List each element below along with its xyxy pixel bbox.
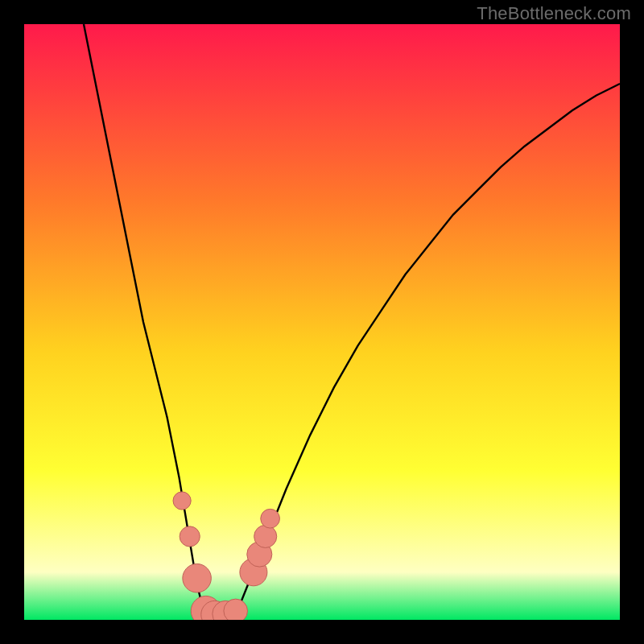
data-marker bbox=[224, 599, 248, 620]
chart-frame: TheBottleneck.com bbox=[0, 0, 644, 644]
watermark-text: TheBottleneck.com bbox=[477, 3, 631, 24]
data-marker bbox=[261, 509, 280, 528]
gradient-background bbox=[24, 24, 620, 620]
data-marker bbox=[183, 564, 212, 592]
data-marker bbox=[180, 526, 200, 547]
data-marker bbox=[173, 492, 191, 510]
data-marker bbox=[254, 525, 277, 547]
plot-area bbox=[24, 24, 620, 620]
chart-svg bbox=[24, 24, 620, 620]
